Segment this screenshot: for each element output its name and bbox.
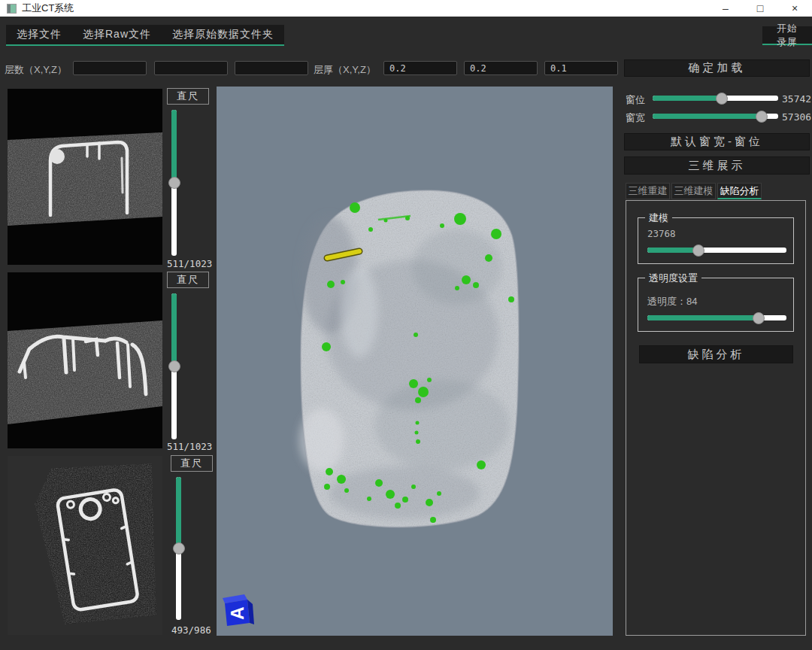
window-level-slider[interactable]	[653, 96, 778, 101]
window-width-slider[interactable]	[653, 114, 778, 119]
layers-y-input[interactable]	[154, 61, 228, 75]
show-3d-button[interactable]: 三维展示	[624, 156, 810, 175]
tab-3d-reconstruction[interactable]: 三维重建	[626, 183, 670, 199]
ct-slice-image-xy[interactable]	[8, 89, 162, 265]
thickness-x-input[interactable]	[383, 61, 457, 75]
select-raw-file-button[interactable]: 选择Raw文件	[72, 25, 162, 44]
start-recording-button[interactable]: 开始录屏	[762, 26, 812, 44]
3d-viewport[interactable]: A	[217, 87, 613, 636]
tab-defect-analysis[interactable]: 缺陷分析	[717, 183, 762, 199]
slice-slider-2[interactable]	[171, 293, 177, 439]
select-raw-data-folder-button[interactable]: 选择原始数据文件夹	[162, 25, 284, 44]
opacity-slider[interactable]	[647, 315, 786, 320]
ct-slice-image-yz[interactable]	[8, 456, 162, 635]
defect-analysis-button[interactable]: 缺陷分析	[639, 345, 793, 363]
title-bar: 工业CT系统 – □ ×	[0, 0, 812, 17]
slice-slider-1[interactable]	[171, 110, 177, 256]
slider-handle[interactable]	[168, 360, 180, 372]
minimize-button[interactable]: –	[708, 0, 743, 17]
3d-model-render	[217, 87, 613, 636]
cube-letter: A	[227, 606, 247, 619]
window-level-value: 35742	[782, 93, 811, 105]
modeling-groupbox: 建模 23768	[638, 217, 794, 264]
window-level-label: 窗位	[626, 93, 645, 107]
opacity-group-title: 透明度设置	[645, 272, 701, 285]
close-button[interactable]: ×	[777, 0, 812, 17]
ct-slice-image-xz[interactable]	[8, 272, 162, 448]
slider-handle[interactable]	[692, 245, 704, 257]
slice-position-1: 511/1023	[167, 258, 212, 269]
modeling-slider[interactable]	[647, 248, 786, 253]
select-file-button[interactable]: 选择文件	[6, 25, 72, 44]
slider-handle[interactable]	[756, 111, 768, 123]
slider-handle[interactable]	[753, 312, 765, 324]
ruler-button-1[interactable]: 直尺	[167, 88, 209, 105]
layers-x-input[interactable]	[73, 61, 147, 75]
slider-handle[interactable]	[168, 177, 180, 189]
thickness-y-input[interactable]	[464, 61, 538, 75]
ruler-button-2[interactable]: 直尺	[167, 272, 209, 288]
ruler-button-3[interactable]: 直尺	[171, 455, 213, 472]
modeling-group-title: 建模	[645, 211, 672, 225]
tab-3d-modeling[interactable]: 三维建模	[671, 183, 716, 199]
default-window-button[interactable]: 默认窗宽-窗位	[624, 133, 810, 150]
opacity-groupbox: 透明度设置 透明度：84	[638, 278, 794, 332]
layers-label: 层数（X,Y,Z）	[5, 63, 67, 77]
slider-handle[interactable]	[173, 542, 185, 554]
slice-slider-3[interactable]	[176, 477, 181, 620]
maximize-button[interactable]: □	[743, 0, 777, 17]
window-width-value: 57306	[782, 111, 811, 123]
app-icon	[7, 4, 17, 14]
thickness-label: 层厚（X,Y,Z）	[314, 63, 376, 77]
slice-position-2: 511/1023	[167, 441, 212, 452]
defect-analysis-panel	[626, 200, 806, 636]
record-toolbar: 开始录屏	[762, 26, 812, 45]
window-title: 工业CT系统	[22, 2, 74, 15]
thickness-z-input[interactable]	[544, 61, 618, 75]
orientation-cube-logo: A	[220, 591, 257, 630]
opacity-value-label: 透明度：84	[647, 295, 697, 308]
layers-z-input[interactable]	[235, 61, 308, 75]
file-toolbar: 选择文件 选择Raw文件 选择原始数据文件夹	[6, 25, 284, 46]
slider-handle[interactable]	[716, 93, 728, 105]
window-width-label: 窗宽	[626, 111, 645, 125]
confirm-load-button[interactable]: 确定加载	[624, 59, 810, 77]
modeling-value: 23768	[647, 228, 676, 239]
slice-position-3: 493/986	[171, 624, 211, 636]
